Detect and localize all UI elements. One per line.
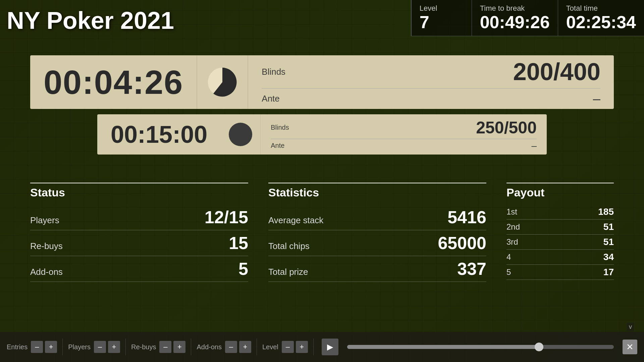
current-level-card: 00:04:26 Blinds 200/400 Ante – xyxy=(30,55,614,109)
next-blinds-value: 250/500 xyxy=(476,118,537,137)
players-row: Players 12/15 xyxy=(30,204,248,230)
total-chips-row: Total chips 65000 xyxy=(268,230,486,256)
level-ctrl-label: Level xyxy=(262,343,278,351)
next-blinds-row: Blinds 250/500 xyxy=(271,117,537,139)
level-minus-button[interactable]: – xyxy=(282,341,294,353)
payout-row: 2nd 51 xyxy=(506,220,614,235)
total-prize-value: 337 xyxy=(457,259,486,279)
total-time-label: Total time xyxy=(566,4,636,13)
payout-place-value: 185 xyxy=(598,206,614,217)
payout-place-label: 5 xyxy=(506,267,511,277)
payout-place-label: 3rd xyxy=(506,237,518,247)
v-label: v xyxy=(627,323,634,331)
current-timer: 00:04:26 xyxy=(44,63,183,102)
rebuys-minus-button[interactable]: – xyxy=(159,341,171,353)
level-ctrl-group: Level – + xyxy=(262,341,308,353)
payout-place-label: 1st xyxy=(506,207,517,217)
time-to-break-value: 00:49:26 xyxy=(480,13,550,32)
timer-icon-area xyxy=(197,55,248,109)
total-chips-value: 65000 xyxy=(438,233,486,253)
payout-place-value: 34 xyxy=(603,252,614,262)
current-ante-row: Ante – xyxy=(262,88,600,109)
payout-place-label: 2nd xyxy=(506,222,520,232)
pie-chart-icon xyxy=(207,67,237,97)
entries-label: Entries xyxy=(7,343,28,351)
progress-fill xyxy=(347,345,539,349)
current-blinds-value: 200/400 xyxy=(513,58,600,85)
players-ctrl-label: Players xyxy=(68,343,91,351)
avg-stack-row: Average stack 5416 xyxy=(268,204,486,230)
time-to-break-label: Time to break xyxy=(480,4,550,13)
divider-1 xyxy=(62,339,63,355)
payout-title: Payout xyxy=(506,183,614,199)
divider-3 xyxy=(191,339,191,355)
rebuys-ctrl-group: Re-buys – + xyxy=(131,341,185,353)
total-time-value: 02:25:34 xyxy=(566,13,636,32)
progress-thumb[interactable] xyxy=(535,343,543,351)
current-ante-value: – xyxy=(593,91,600,106)
divider-4 xyxy=(257,339,257,355)
status-column: Status Players 12/15 Re-buys 15 Add-ons … xyxy=(30,183,248,282)
level-plus-button[interactable]: + xyxy=(296,341,308,353)
payout-row: 4 34 xyxy=(506,250,614,265)
next-ante-label: Ante xyxy=(271,142,284,149)
entries-group: Entries – + xyxy=(7,341,57,353)
addons-label: Add-ons xyxy=(30,267,63,277)
rebuys-plus-button[interactable]: + xyxy=(173,341,185,353)
payout-place-value: 51 xyxy=(603,222,614,232)
payout-row: 5 17 xyxy=(506,265,614,280)
payout-row: 1st 185 xyxy=(506,204,614,220)
entries-plus-button[interactable]: + xyxy=(45,341,57,353)
level-panel: Level 7 xyxy=(411,0,472,36)
payout-place-label: 4 xyxy=(506,252,511,262)
total-prize-row: Total prize 337 xyxy=(268,256,486,282)
next-icon-area xyxy=(221,114,260,155)
payout-rows: 1st 185 2nd 51 3rd 51 4 34 5 17 xyxy=(506,204,614,280)
payout-row: 3rd 51 xyxy=(506,235,614,250)
total-chips-label: Total chips xyxy=(268,241,310,251)
rebuys-label: Re-buys xyxy=(30,241,63,251)
current-blinds-row: Blinds 200/400 xyxy=(262,55,600,88)
addons-plus-button[interactable]: + xyxy=(239,341,251,353)
top-info-panels: Level 7 Time to break 00:49:26 Total tim… xyxy=(411,0,644,36)
next-blinds-section: Blinds 250/500 Ante – xyxy=(260,114,547,155)
next-level-card: 00:15:00 Blinds 250/500 Ante – xyxy=(97,114,547,155)
total-time-panel: Total time 02:25:34 xyxy=(558,0,644,36)
level-value: 7 xyxy=(420,13,464,32)
main-timer-section: 00:04:26 Blinds 200/400 Ante – xyxy=(30,55,614,155)
payout-column: Payout 1st 185 2nd 51 3rd 51 4 34 5 17 xyxy=(506,183,614,282)
rebuys-value: 15 xyxy=(229,233,248,253)
players-label: Players xyxy=(30,215,59,226)
current-ante-label: Ante xyxy=(262,94,280,104)
next-ante-row: Ante – xyxy=(271,139,537,153)
statistics-column: Statistics Average stack 5416 Total chip… xyxy=(268,183,486,282)
avg-stack-value: 5416 xyxy=(447,207,486,227)
current-blinds-section: Blinds 200/400 Ante – xyxy=(248,55,614,109)
next-ante-value: – xyxy=(531,140,537,151)
app-title: NY Poker 2021 xyxy=(7,7,174,34)
rebuys-row: Re-buys 15 xyxy=(30,230,248,256)
progress-track[interactable] xyxy=(347,345,614,349)
divider-5 xyxy=(313,339,314,355)
next-timer-display: 00:15:00 xyxy=(97,114,221,155)
players-ctrl-group: Players – + xyxy=(68,341,120,353)
payout-place-value: 17 xyxy=(603,267,614,278)
entries-minus-button[interactable]: – xyxy=(31,341,43,353)
addons-ctrl-label: Add-ons xyxy=(197,343,222,351)
players-minus-button[interactable]: – xyxy=(94,341,106,353)
current-timer-display: 00:04:26 xyxy=(30,55,197,109)
addons-value: 5 xyxy=(238,259,248,279)
payout-place-value: 51 xyxy=(603,237,614,247)
play-button[interactable]: ▶ xyxy=(322,339,338,355)
players-plus-button[interactable]: + xyxy=(108,341,120,353)
next-blinds-label: Blinds xyxy=(271,124,289,131)
next-timer: 00:15:00 xyxy=(111,121,207,148)
level-label: Level xyxy=(420,4,464,13)
statistics-title: Statistics xyxy=(268,183,486,199)
current-blinds-label: Blinds xyxy=(262,67,285,77)
status-title: Status xyxy=(30,183,248,199)
addons-minus-button[interactable]: – xyxy=(225,341,237,353)
close-button[interactable]: ✕ xyxy=(623,340,637,354)
avg-stack-label: Average stack xyxy=(268,215,323,226)
total-prize-label: Total prize xyxy=(268,267,308,277)
